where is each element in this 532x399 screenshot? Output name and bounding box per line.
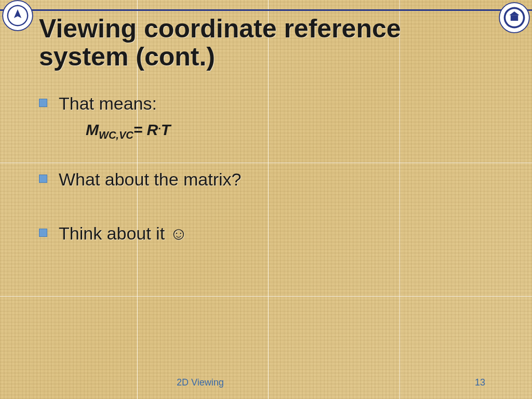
bullet-3: Think about it ☺ bbox=[39, 222, 490, 245]
slide-body: That means: MWC,VC= R.T What about the m… bbox=[39, 92, 490, 250]
bullet-icon bbox=[39, 99, 47, 107]
bullet-3-text: Think about it ☺ bbox=[59, 222, 188, 245]
bullet-1: That means: bbox=[39, 92, 490, 115]
university-seal-right bbox=[499, 2, 530, 33]
header-rule bbox=[0, 9, 532, 11]
slide-footer: 2D Viewing 13 bbox=[0, 377, 532, 390]
bullet-icon bbox=[39, 229, 47, 237]
bullet-2: What about the matrix? bbox=[39, 168, 490, 191]
slide-number: 13 bbox=[475, 377, 485, 388]
bullet-1-text: That means: bbox=[59, 92, 157, 115]
svg-rect-7 bbox=[511, 15, 518, 21]
bullet-icon bbox=[39, 175, 47, 183]
university-seal-left bbox=[2, 0, 33, 31]
smiley-icon: ☺ bbox=[170, 223, 188, 243]
bullet-2-text: What about the matrix? bbox=[59, 168, 242, 191]
footer-title: 2D Viewing bbox=[177, 377, 224, 388]
slide-title: Viewing coordinate reference system (con… bbox=[39, 15, 490, 71]
formula: MWC,VC= R.T bbox=[86, 120, 490, 141]
